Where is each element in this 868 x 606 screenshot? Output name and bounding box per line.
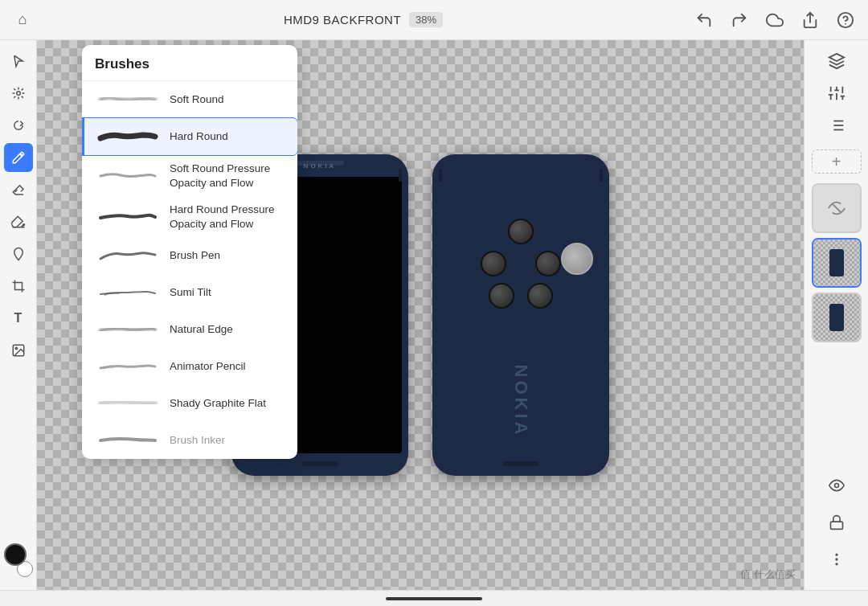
- top-bar: ⌂ HMD9 BACKFRONT 38%: [0, 0, 868, 40]
- cloud-icon[interactable]: [765, 10, 784, 30]
- brush-preview-hard-round-pressure: [96, 205, 160, 229]
- brush-name-soft-round: Soft Round: [170, 92, 224, 107]
- redo-button[interactable]: [730, 10, 749, 30]
- bottom-bar: [0, 590, 868, 606]
- layer-thumb-hidden[interactable]: [812, 183, 862, 233]
- lock-button[interactable]: [822, 508, 851, 537]
- eyedropper-tool[interactable]: [4, 240, 33, 268]
- brush-item-animator-pencil[interactable]: Animator Pencil: [82, 348, 297, 385]
- watermark: 值 什么值买: [740, 567, 796, 582]
- brush-preview-brush-inker: [96, 428, 160, 452]
- eraser-tool[interactable]: [4, 175, 33, 204]
- brush-item-brush-inker[interactable]: Brush Inker: [82, 422, 297, 459]
- brush-item-brush-pen[interactable]: Brush Pen: [82, 237, 297, 274]
- camera-cluster: [481, 219, 561, 315]
- camera-lens-3: [535, 251, 561, 276]
- brush-name-brush-inker: Brush Inker: [170, 433, 225, 448]
- add-layer-button[interactable]: +: [812, 149, 862, 174]
- svg-point-6: [15, 347, 17, 349]
- svg-point-3: [16, 92, 20, 96]
- nokia-back-logo: NOKIA: [510, 365, 531, 438]
- help-button[interactable]: [836, 10, 855, 30]
- brush-list: Soft Round Hard Round: [82, 81, 297, 459]
- svg-rect-25: [830, 522, 842, 529]
- right-panel: +: [804, 40, 868, 590]
- color-swatch-black[interactable]: [4, 543, 27, 566]
- brush-panel: Brushes Soft Round: [82, 45, 297, 459]
- text-tool[interactable]: T: [4, 304, 33, 333]
- brush-name-sumi-tilt: Sumi Tilt: [170, 285, 211, 300]
- brush-name-shady-graphite-flat: Shady Graphite Flat: [170, 396, 266, 411]
- svg-point-27: [836, 559, 837, 560]
- brush-item-hard-round[interactable]: Hard Round: [82, 118, 297, 155]
- brush-preview-soft-round-pressure: [96, 164, 160, 188]
- crop-tool[interactable]: [4, 272, 33, 301]
- filters-button[interactable]: [822, 111, 851, 140]
- svg-point-24: [834, 484, 838, 488]
- brush-preview-brush-pen: [96, 244, 160, 268]
- brush-item-sumi-tilt[interactable]: Sumi Tilt: [82, 274, 297, 311]
- svg-marker-7: [829, 54, 843, 61]
- image-tool[interactable]: [4, 336, 33, 365]
- brush-item-natural-edge[interactable]: Natural Edge: [82, 311, 297, 348]
- top-bar-center: HMD9 BACKFRONT 38%: [284, 12, 443, 27]
- svg-point-26: [836, 554, 837, 555]
- camera-lens-4: [489, 283, 514, 309]
- brush-preview-shady-graphite-flat: [96, 391, 160, 416]
- layers-button[interactable]: [822, 47, 851, 76]
- transform-tool[interactable]: [4, 79, 33, 108]
- brush-preview-animator-pencil: [96, 354, 160, 379]
- undo-button[interactable]: [694, 10, 714, 30]
- brush-item-soft-round-pressure[interactable]: Soft Round Pressure Opacity and Flow: [82, 155, 297, 196]
- brush-panel-header: Brushes: [82, 45, 297, 81]
- brush-name-animator-pencil: Animator Pencil: [170, 359, 246, 374]
- share-button[interactable]: [800, 10, 820, 30]
- layer-thumb-2[interactable]: [812, 293, 862, 342]
- canvas[interactable]: Brushes Soft Round: [37, 40, 804, 590]
- camera-lens-2: [481, 251, 506, 276]
- brush-name-brush-pen: Brush Pen: [170, 248, 220, 263]
- brush-item-hard-round-pressure[interactable]: Hard Round Pressure Opacity and Flow: [82, 196, 297, 237]
- svg-point-28: [836, 563, 837, 565]
- brush-preview-sumi-tilt: [96, 280, 160, 305]
- home-icon[interactable]: ⌂: [13, 10, 32, 30]
- brush-name-hard-round: Hard Round: [170, 129, 228, 144]
- left-toolbar: T: [0, 40, 37, 590]
- brush-item-shady-graphite-flat[interactable]: Shady Graphite Flat: [82, 385, 297, 422]
- top-bar-actions: [694, 10, 855, 30]
- brush-preview-hard-round: [96, 125, 160, 149]
- fill-tool[interactable]: [4, 207, 33, 236]
- adjustments-button[interactable]: [822, 79, 851, 108]
- document-title: HMD9 BACKFRONT: [284, 13, 401, 27]
- add-layer-icon: +: [832, 153, 841, 171]
- brush-tool[interactable]: [4, 143, 33, 172]
- brush-name-soft-round-pressure: Soft Round Pressure Opacity and Flow: [170, 162, 286, 190]
- camera-lens-1: [508, 219, 534, 244]
- top-bar-left: ⌂: [13, 10, 32, 30]
- main-area: T Brushes: [0, 40, 868, 590]
- flash-lens: [561, 243, 593, 275]
- zoom-level[interactable]: 38%: [409, 12, 443, 27]
- select-tool[interactable]: [4, 47, 33, 76]
- svg-line-23: [832, 204, 841, 213]
- camera-lens-5: [527, 283, 553, 309]
- brush-preview-natural-edge: [96, 317, 160, 342]
- phone-back: NOKIA: [432, 154, 609, 476]
- more-options-button[interactable]: [822, 545, 851, 574]
- brush-preview-soft-round: [96, 88, 160, 112]
- brush-item-soft-round[interactable]: Soft Round: [82, 81, 297, 118]
- home-indicator[interactable]: [386, 597, 482, 600]
- layers-section: [805, 183, 868, 342]
- layer-thumb-active[interactable]: [812, 238, 862, 288]
- eye-button[interactable]: [822, 471, 851, 500]
- brush-name-natural-edge: Natural Edge: [170, 322, 233, 337]
- brush-name-hard-round-pressure: Hard Round Pressure Opacity and Flow: [170, 203, 286, 231]
- lasso-tool[interactable]: [4, 111, 33, 140]
